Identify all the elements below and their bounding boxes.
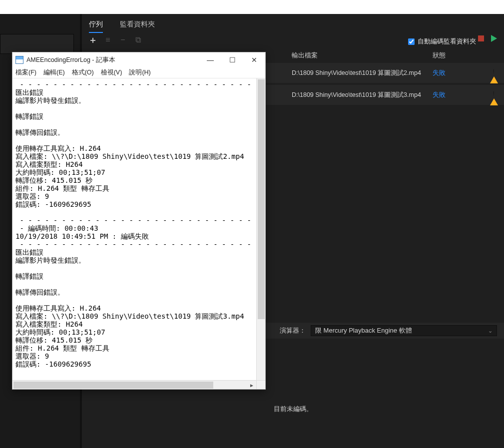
renderer-value: 限 Mercury Playback Engine 軟體 — [315, 326, 412, 335]
column-status[interactable]: 狀態 — [433, 51, 446, 60]
scroll-right-icon[interactable]: ► — [247, 381, 256, 390]
remove-icon[interactable]: − — [119, 36, 127, 44]
chevron-down-icon: ⌄ — [488, 328, 493, 334]
collapse-icon[interactable]: ≡ — [104, 36, 112, 44]
column-output[interactable]: 輸出檔案 — [292, 51, 318, 60]
run-controls — [478, 35, 497, 42]
warning-icon[interactable] — [490, 68, 498, 77]
auto-encode-watch-input[interactable] — [408, 38, 415, 45]
scroll-resize-grip[interactable] — [256, 380, 265, 389]
output-path[interactable]: D:\1809 Shiny\Video\test\1019 算圖測試2.mp4 — [292, 69, 421, 77]
menu-format[interactable]: 格式(O) — [72, 68, 94, 77]
maximize-button[interactable]: ☐ — [221, 52, 243, 67]
tab-queue[interactable]: 佇列 — [89, 20, 103, 33]
output-path[interactable]: D:\1809 Shiny\Video\test\1019 算圖測試3.mp4 — [292, 91, 421, 99]
start-button[interactable] — [491, 35, 497, 42]
queue-toolbar: ＋ ≡ − ⧉ — [89, 36, 142, 44]
menu-edit[interactable]: 編輯(E) — [43, 68, 65, 77]
scrollbar-horizontal[interactable]: ◄ ► — [12, 380, 256, 389]
scrollbar-vertical[interactable] — [256, 78, 265, 380]
notepad-menu: 檔案(F) 編輯(E) 格式(O) 檢視(V) 說明(H) — [12, 67, 265, 78]
notepad-text-area[interactable]: - - - - - - - - - - - - - - - - - - - - … — [12, 78, 265, 380]
scrollbar-thumb[interactable] — [13, 382, 213, 389]
notepad-title: AMEEncodingErrorLog - 記事本 — [26, 56, 199, 64]
menu-view[interactable]: 檢視(V) — [101, 68, 122, 77]
minimize-button[interactable]: ― — [199, 52, 221, 67]
window-top-strip — [0, 0, 504, 14]
notepad-window[interactable]: AMEEncodingErrorLog - 記事本 ― ☐ ✕ 檔案(F) 編輯… — [12, 52, 266, 390]
add-icon[interactable]: ＋ — [89, 36, 97, 44]
queue-tabs: 佇列 監看資料夾 — [89, 20, 155, 33]
tab-watch-folders[interactable]: 監看資料夾 — [120, 20, 155, 32]
menu-file[interactable]: 檔案(F) — [15, 68, 36, 77]
status-badge[interactable]: 失敗 — [433, 68, 446, 77]
left-pane-box — [0, 34, 74, 54]
renderer-select[interactable]: 限 Mercury Playback Engine 軟體 ⌄ — [311, 325, 497, 336]
notepad-titlebar[interactable]: AMEEncodingErrorLog - 記事本 ― ☐ ✕ — [12, 52, 265, 67]
close-button[interactable]: ✕ — [243, 52, 265, 67]
status-footer: 目前未編碼。 — [82, 405, 504, 414]
warning-icon[interactable] — [490, 90, 498, 99]
duplicate-icon[interactable]: ⧉ — [134, 36, 142, 44]
menu-help[interactable]: 說明(H) — [129, 68, 150, 77]
stop-button[interactable] — [478, 35, 484, 41]
auto-encode-watch-label: 自動編碼監看資料夾 — [418, 37, 476, 46]
auto-encode-watch-checkbox[interactable]: 自動編碼監看資料夾 — [408, 37, 476, 46]
notepad-app-icon — [15, 56, 23, 64]
status-badge[interactable]: 失敗 — [433, 90, 446, 99]
scrollbar-thumb[interactable] — [258, 79, 265, 319]
